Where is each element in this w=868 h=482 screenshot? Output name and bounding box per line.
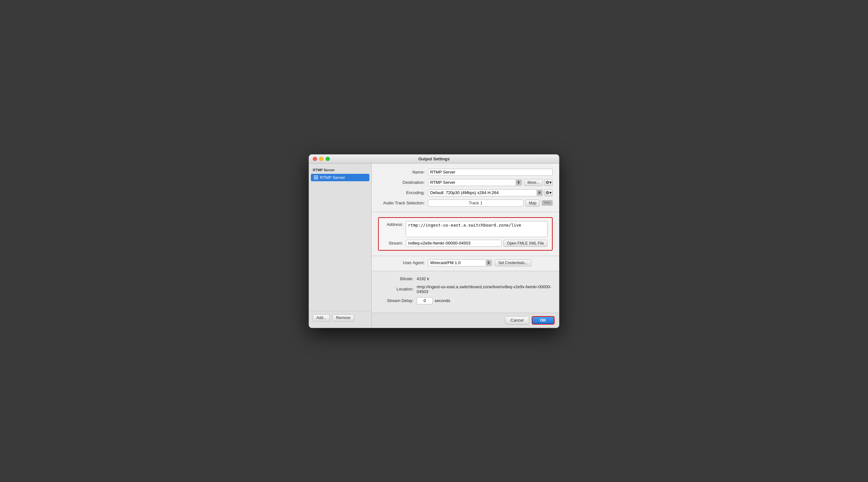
bitrate-label: Bitrate: — [378, 276, 416, 281]
user-agent-select-wrapper: Wirecast/FM 1.0 — [428, 259, 492, 266]
encoding-select[interactable]: Default: 720p30 (4Mbps) x264 H.264 — [428, 189, 543, 196]
sidebar-checkbox: ✓ — [314, 175, 318, 179]
location-value: rtmp://ingest-us-east.a.switchboard.zone… — [416, 284, 553, 294]
audio-track-row: Audio Track Selection: Track 1 Map PRO — [378, 199, 553, 206]
address-textarea[interactable]: rtmp://ingest-us-east.a.switchboard.zone… — [406, 221, 548, 237]
name-input[interactable] — [428, 169, 553, 176]
address-row: Address: rtmp://ingest-us-east.a.switchb… — [383, 221, 548, 237]
encoding-gear-button[interactable]: ⚙▾ — [544, 189, 553, 196]
track-value: Track 1 — [469, 200, 483, 205]
encoding-row: Encoding: Default: 720p30 (4Mbps) x264 H… — [378, 189, 553, 196]
address-section: Address: rtmp://ingest-us-east.a.switchb… — [372, 212, 559, 256]
window-title: Output Settings — [418, 157, 450, 161]
open-fmle-button[interactable]: Open FMLE XML File — [503, 240, 548, 247]
sidebar-item-rtmp[interactable]: ✓ RTMP Server — [311, 174, 369, 181]
stream-delay-label: Stream Delay: — [378, 298, 416, 303]
encoding-gear-icon: ⚙ — [546, 190, 550, 195]
user-agent-row: User Agent: Wirecast/FM 1.0 Set Credenti… — [378, 259, 553, 266]
remove-button[interactable]: Remove — [333, 314, 354, 321]
name-label: Name: — [378, 170, 428, 174]
main-content: RTMP Server ✓ RTMP Server Add... Remove … — [309, 164, 559, 328]
location-row: Location: rtmp://ingest-us-east.a.switch… — [378, 284, 553, 294]
stats-section: Bitrate: 4192 k Location: rtmp://ingest-… — [372, 271, 559, 313]
bitrate-value: 4192 k — [416, 276, 429, 281]
name-row: Name: — [378, 169, 553, 176]
seconds-label: seconds — [435, 298, 450, 303]
checkmark-icon: ✓ — [315, 176, 317, 179]
form-section: Name: Destination: RTMP Server — [372, 164, 559, 212]
stream-delay-row: Stream Delay: seconds — [378, 297, 553, 304]
add-button[interactable]: Add... — [313, 314, 330, 321]
destination-gear-button[interactable]: ⚙▾ — [544, 179, 553, 186]
set-credentials-button[interactable]: Set Credentials... — [495, 259, 531, 266]
destination-select-wrapper: RTMP Server — [428, 179, 522, 186]
bottom-bar: Cancel OK — [372, 313, 559, 328]
destination-row: Destination: RTMP Server More... ⚙▾ — [378, 179, 553, 186]
titlebar: Output Settings — [309, 155, 559, 164]
location-label: Location: — [378, 287, 416, 291]
titlebar-buttons — [313, 157, 330, 161]
encoding-label: Encoding: — [378, 190, 428, 195]
address-box: Address: rtmp://ingest-us-east.a.switchb… — [378, 217, 553, 251]
cancel-button[interactable]: Cancel — [505, 316, 529, 325]
destination-label: Destination: — [378, 180, 428, 185]
user-agent-select[interactable]: Wirecast/FM 1.0 — [428, 259, 492, 266]
sidebar-item-label: RTMP Server — [320, 175, 345, 180]
bitrate-row: Bitrate: 4192 k — [378, 276, 553, 281]
minimize-button[interactable] — [319, 157, 323, 161]
stream-label: Stream: — [383, 240, 406, 246]
map-button[interactable]: Map — [525, 199, 540, 206]
ok-button[interactable]: OK — [532, 316, 555, 325]
destination-select[interactable]: RTMP Server — [428, 179, 522, 186]
encoding-select-wrapper: Default: 720p30 (4Mbps) x264 H.264 — [428, 189, 543, 196]
user-agent-label: User Agent: — [378, 260, 428, 265]
user-agent-section: User Agent: Wirecast/FM 1.0 Set Credenti… — [372, 256, 559, 271]
gear-icon: ⚙ — [546, 180, 550, 185]
sidebar-buttons: Add... Remove — [309, 311, 371, 325]
maximize-button[interactable] — [326, 157, 330, 161]
more-button[interactable]: More... — [524, 179, 543, 186]
audio-track-label: Audio Track Selection: — [378, 200, 428, 205]
stream-delay-input[interactable] — [416, 297, 433, 304]
stream-row: Stream: Open FMLE XML File — [383, 240, 548, 247]
address-label: Address: — [383, 221, 406, 227]
track-field: Track 1 — [428, 199, 523, 206]
close-button[interactable] — [313, 157, 317, 161]
sidebar-header: RTMP Server — [309, 167, 371, 174]
output-settings-window: Output Settings RTMP Server ✓ RTMP Serve… — [309, 154, 559, 328]
sidebar: RTMP Server ✓ RTMP Server Add... Remove — [309, 164, 372, 328]
pro-badge: PRO — [542, 200, 553, 206]
right-panel: Name: Destination: RTMP Server — [372, 164, 559, 328]
stream-input[interactable] — [406, 240, 501, 247]
